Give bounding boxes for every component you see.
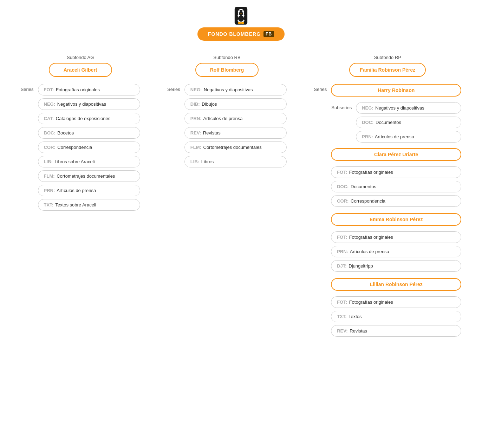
logo-icon [232,7,250,25]
series-ag-row: Series FOT: Fotografías originales NEG: … [21,84,140,211]
fondo-label: FONDO BLOMBERG [208,31,261,37]
svg-point-7 [239,12,240,12]
svg-point-4 [238,15,244,22]
series-rb-items: NEG: Negativos y diapositivas DIB: Dibuj… [184,84,287,167]
subfondo-rb-label: Subfondo RB [213,55,240,60]
familia-robinson-button[interactable]: Familia Robinson Pérez [349,63,426,77]
list-item[interactable]: BOC: Bocetos [38,127,140,139]
column-rp: Subfondo RP Familia Robinson Pérez Serie… [314,55,461,342]
harry-subseries-area: Subseries NEG: Negativos y diapositivas … [331,102,461,143]
subseries-label: Subseries [331,105,354,110]
series-ag-label: Series [21,87,36,92]
list-item[interactable]: REV: Revistas [331,325,461,337]
list-item[interactable]: TXT: Textos [331,311,461,322]
subseries-items: NEG: Negativos y diapositivas DOC: Docum… [356,102,461,143]
subfondo-rp-label: Subfondo RP [374,55,401,60]
list-item[interactable]: PRN: Artículos de prensa [184,113,287,124]
list-item[interactable]: DOC: Documentos [356,117,461,128]
list-item[interactable]: NEG: Negativos y diapositivas [38,98,140,110]
svg-point-10 [238,22,241,24]
list-item[interactable]: FOT: Fotografías originales [331,231,461,243]
list-item[interactable]: DJT: Djungeltripp [331,260,461,272]
series-rp-items: Harry Robinson Subseries NEG: Negativos … [331,84,461,340]
fondo-badge: FB [263,31,274,37]
logo-container [232,7,250,25]
clara-perez-button[interactable]: Clara Pérez Uriarte [331,148,461,161]
page-container: FONDO BLOMBERG FB Subfondo AG Araceli Gi… [0,0,482,349]
rolf-blomberg-button[interactable]: Rolf Blomberg [195,63,259,77]
emma-items: FOT: Fotografías originales PRN: Artícul… [331,231,461,272]
series-ag-items: FOT: Fotografías originales NEG: Negativ… [38,84,140,211]
list-item[interactable]: DIB: Dibujos [184,98,287,110]
svg-point-8 [242,12,243,12]
lillian-items: FOT: Fotografías originales TXT: Textos … [331,296,461,337]
list-item[interactable]: COR: Correspondencia [38,141,140,153]
list-item[interactable]: LIB: Libros [184,156,287,167]
top-section: FONDO BLOMBERG FB [0,7,482,41]
series-rb-label: Series [167,87,182,92]
series-rp-label: Series [314,87,329,92]
list-item[interactable]: NEG: Negativos y diapositivas [356,102,461,114]
list-item[interactable]: FLM: Cortometrajes documentales [38,170,140,182]
columns-container: Subfondo AG Araceli Gilbert Series FOT: … [0,55,482,342]
clara-items: FOT: Fotografías originales DOC: Documen… [331,166,461,207]
list-item[interactable]: CAT: Catálogos de exposiciones [38,113,140,124]
series-rb-row: Series NEG: Negativos y diapositivas DIB… [167,84,287,167]
list-item[interactable]: FOT: Fotografías originales [38,84,140,95]
list-item[interactable]: REV: Revistas [184,127,287,139]
fondo-blomberg-button[interactable]: FONDO BLOMBERG FB [197,27,285,41]
series-rp-row: Series Harry Robinson Subseries NEG: Neg… [314,84,461,340]
list-item[interactable]: PRN: Artículos de prensa [38,185,140,196]
emma-robinson-button[interactable]: Emma Robinson Pérez [331,213,461,226]
lillian-robinson-button[interactable]: Lillian Robinson Pérez [331,278,461,291]
list-item[interactable]: PRN: Artículos de prensa [331,246,461,257]
araceli-gilbert-button[interactable]: Araceli Gilbert [49,63,112,77]
list-item[interactable]: PRN: Artículos de prensa [356,131,461,143]
harry-robinson-button[interactable]: Harry Robinson [331,84,461,97]
list-item[interactable]: FLM: Cortometrajes documentales [184,141,287,153]
subfondo-ag-label: Subfondo AG [67,55,94,60]
list-item[interactable]: COR: Correspondencia [331,195,461,207]
column-rb: Subfondo RB Rolf Blomberg Series NEG: Ne… [167,55,287,167]
list-item[interactable]: NEG: Negativos y diapositivas [184,84,287,95]
list-item[interactable]: LIB: Libros sobre Araceli [38,156,140,167]
list-item[interactable]: FOT: Fotografías originales [331,166,461,178]
list-item[interactable]: FOT: Fotografías originales [331,296,461,308]
column-ag: Subfondo AG Araceli Gilbert Series FOT: … [21,55,140,211]
list-item[interactable]: DOC: Documentos [331,181,461,192]
list-item[interactable]: TXT: Textos sobre Araceli [38,199,140,211]
svg-point-3 [239,10,243,15]
svg-point-11 [241,22,244,24]
